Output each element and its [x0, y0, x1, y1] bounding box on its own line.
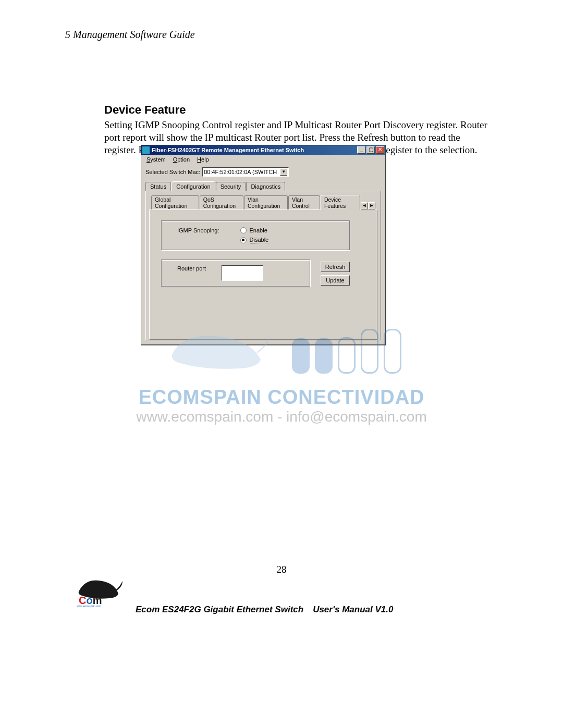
menu-help[interactable]: Help — [194, 156, 212, 163]
app-window: Fiber-FSH2402GT Remote Management Ethern… — [141, 145, 386, 345]
inner-tabstrip: Global Configuration QoS Configuration V… — [149, 194, 377, 209]
footer-logo-url: www.ecomspain.com — [77, 604, 101, 608]
tab-global-config[interactable]: Global Configuration — [151, 195, 199, 209]
refresh-button[interactable]: Refresh — [321, 262, 350, 272]
footer-doc: User's Manual V1.0 — [313, 604, 393, 614]
tab-vlan-control[interactable]: Vlan Control — [288, 195, 320, 209]
menu-option[interactable]: Option — [170, 156, 193, 163]
igmp-disable-label: Disable — [250, 237, 269, 243]
tab-scroll-right-icon[interactable]: ► — [368, 202, 375, 209]
dropdown-icon[interactable]: ▼ — [280, 168, 287, 176]
mac-selector-row: Selected Switch Mac: 00:4F:52:01:02:0A (… — [141, 164, 385, 179]
router-port-list[interactable] — [222, 265, 263, 281]
router-port-label: Router port — [177, 265, 206, 272]
igmp-disable-radio[interactable]: Disable — [240, 237, 269, 243]
update-button[interactable]: Update — [321, 275, 350, 286]
footer-text: Ecom ES24F2G Gigabit Ethernet SwitchUser… — [136, 604, 393, 615]
igmp-label: IGMP Snooping: — [177, 227, 219, 233]
watermark-url: www.ecomspain.com - info@ecomspain.com — [0, 409, 563, 425]
inner-tab-panel: IGMP Snooping: Enable Disable Router por… — [149, 209, 377, 340]
page-number: 28 — [0, 564, 563, 575]
igmp-enable-label: Enable — [250, 227, 267, 233]
menu-system[interactable]: System — [143, 156, 169, 163]
router-port-group: Router port — [161, 260, 310, 287]
router-port-row: Router port Refresh Update — [161, 260, 350, 287]
radio-icon — [240, 227, 247, 233]
igmp-enable-radio[interactable]: Enable — [240, 227, 269, 233]
window-title: Fiber-FSH2402GT Remote Management Ethern… — [152, 147, 357, 153]
tab-vlan-config[interactable]: Vlan Configuration — [244, 195, 288, 209]
tab-device-features[interactable]: Device Features — [321, 195, 360, 210]
menubar: System Option Help — [141, 155, 385, 164]
tab-scroll-left-icon[interactable]: ◄ — [361, 202, 368, 209]
close-button[interactable]: ✕ — [376, 146, 384, 154]
radio-icon — [240, 237, 247, 243]
tab-configuration[interactable]: Configuration — [172, 181, 215, 191]
footer-logo: Com www.ecomspain.com — [76, 576, 123, 608]
outer-tabstrip: Status Configuration Security Diagnostic… — [141, 181, 385, 191]
app-icon — [142, 146, 150, 154]
mac-select[interactable]: 00:4F:52:01:02:0A (SWITCH ▼ — [202, 167, 289, 177]
tab-security[interactable]: Security — [216, 182, 246, 191]
footer-product: Ecom ES24F2G Gigabit Ethernet Switch — [136, 604, 303, 614]
outer-tab-panel: Global Configuration QoS Configuration V… — [145, 191, 381, 340]
mac-value: 00:4F:52:01:02:0A (SWITCH — [204, 169, 277, 175]
minimize-button[interactable]: _ — [357, 146, 365, 154]
mac-label: Selected Switch Mac: — [145, 169, 200, 175]
tab-diagnostics[interactable]: Diagnostics — [246, 182, 285, 191]
tab-status[interactable]: Status — [145, 182, 171, 191]
titlebar: Fiber-FSH2402GT Remote Management Ethern… — [141, 145, 385, 155]
maximize-button[interactable]: ▢ — [366, 146, 375, 154]
chapter-header: 5 Management Software Guide — [65, 29, 493, 41]
section-heading: Device Feature — [104, 103, 493, 117]
igmp-group: IGMP Snooping: Enable Disable — [161, 220, 350, 250]
watermark-brand: ECOMSPAIN CONECTIVIDAD — [0, 386, 563, 409]
tab-qos-config[interactable]: QoS Configuration — [200, 195, 243, 209]
